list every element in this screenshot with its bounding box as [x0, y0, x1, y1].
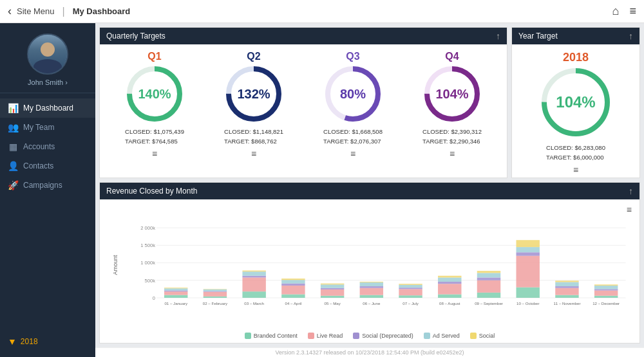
svg-rect-68: [477, 293, 500, 298]
svg-rect-88: [594, 289, 618, 291]
quarter-circle: 80%: [324, 65, 382, 123]
svg-text:12 – December: 12 – December: [592, 302, 620, 306]
svg-rect-87: [594, 291, 618, 296]
chart-legend: Branded Content Live Read Social (Deprec…: [100, 330, 639, 343]
svg-rect-50: [360, 295, 383, 298]
site-menu-link[interactable]: Site Menu: [17, 6, 55, 16]
svg-rect-59: [399, 285, 422, 288]
svg-rect-46: [321, 288, 344, 289]
top-bar: ‹ Site Menu | My Dashboard ⌂ ≡: [0, 0, 644, 23]
quarter-label: Q1: [147, 51, 161, 62]
legend-label: Branded Content: [254, 333, 298, 339]
revenue-title: Revenue Closed by Month: [106, 187, 197, 196]
legend-color: [470, 333, 477, 339]
sidebar-item-dashboard[interactable]: 📊 My Dashboard: [0, 98, 95, 118]
svg-rect-32: [242, 292, 265, 298]
year-stats: CLOSED: $6,283,080 TARGET: $6,000,000: [546, 143, 605, 162]
main-layout: John Smith 📊 My Dashboard 👥 My Team ▦ Ac…: [0, 23, 644, 357]
user-name[interactable]: John Smith: [28, 78, 68, 86]
campaigns-icon: 🚀: [8, 180, 18, 190]
back-arrow-icon[interactable]: ‹: [8, 5, 12, 18]
sidebar-item-accounts[interactable]: ▦ Accounts: [0, 137, 95, 156]
year-menu-icon[interactable]: ≡: [573, 165, 578, 175]
legend-item-4: Social: [470, 333, 495, 339]
svg-rect-24: [164, 288, 187, 289]
revenue-chart-svg: 0500k1 000k1 500k2 000k01 – January02 – …: [132, 205, 632, 327]
quarter-menu-icon[interactable]: ≡: [350, 149, 355, 159]
avatar: [27, 33, 68, 75]
menu-icon[interactable]: ≡: [629, 5, 636, 18]
svg-rect-48: [321, 284, 344, 285]
legend-color: [424, 333, 430, 339]
svg-rect-40: [281, 284, 305, 286]
quarter-circle: 132%: [225, 65, 283, 123]
quarter-menu-icon[interactable]: ≡: [450, 149, 455, 159]
quarter-circle: 104%: [423, 65, 481, 123]
quarter-circle: 140%: [126, 65, 184, 123]
svg-rect-71: [477, 273, 500, 278]
contacts-icon: 👤: [8, 161, 18, 171]
quarter-2-item: Q2 132% CLOSED: $1,148,821 TARGET: $868,…: [222, 51, 286, 159]
svg-rect-66: [438, 276, 461, 278]
quarter-pct: 132%: [237, 87, 270, 102]
svg-text:04 – April: 04 – April: [285, 302, 302, 306]
svg-text:2 000k: 2 000k: [140, 225, 155, 231]
svg-text:06 – June: 06 – June: [363, 302, 381, 306]
legend-color: [308, 333, 314, 339]
accounts-icon: ▦: [8, 142, 18, 152]
svg-rect-64: [438, 282, 461, 284]
filter-section: ▼ 2018: [0, 331, 95, 352]
legend-item-3: Ad Served: [424, 333, 460, 339]
svg-rect-28: [204, 291, 227, 292]
legend-label: Social (Deprecated): [362, 333, 413, 339]
year-up-icon[interactable]: ↑: [629, 31, 633, 41]
year-title: Year Target: [518, 32, 558, 41]
svg-text:07 – July: 07 – July: [402, 302, 419, 306]
quarter-3-item: Q3 80% CLOSED: $1,668,508 TARGET: $2,076…: [321, 51, 385, 159]
version-bar: Version 2.3.14327 released on 10/23/2018…: [95, 347, 644, 357]
svg-rect-69: [477, 280, 500, 293]
revenue-up-icon[interactable]: ↑: [629, 186, 633, 196]
quarterly-up-icon[interactable]: ↑: [496, 31, 500, 41]
quarter-label: Q2: [247, 51, 260, 62]
svg-text:10 – October: 10 – October: [516, 302, 540, 306]
quarter-4-item: Q4 104% CLOSED: $2,390,312 TARGET: $2,29…: [420, 51, 484, 159]
sidebar-item-campaigns[interactable]: 🚀 Campaigns: [0, 176, 95, 195]
sidebar-item-label: My Team: [23, 123, 54, 132]
chart-menu-icon[interactable]: ≡: [627, 205, 632, 215]
svg-text:01 – January: 01 – January: [164, 302, 187, 306]
sidebar-item-team[interactable]: 👥 My Team: [0, 118, 95, 137]
revenue-header: Revenue Closed by Month ↑: [100, 183, 639, 199]
quarterly-title: Quarterly Targets: [106, 32, 166, 41]
quarter-1-item: Q1 140% CLOSED: $1,075,439 TARGET: $764,…: [122, 51, 187, 159]
home-icon[interactable]: ⌂: [612, 5, 620, 18]
svg-text:09 – September: 09 – September: [475, 302, 503, 306]
svg-rect-41: [281, 280, 305, 284]
svg-rect-26: [204, 297, 227, 298]
legend-item-0: Branded Content: [245, 333, 298, 339]
svg-rect-58: [399, 288, 422, 289]
svg-rect-39: [281, 286, 305, 295]
circles-row: Q1 140% CLOSED: $1,075,439 TARGET: $764,…: [100, 44, 507, 161]
svg-rect-29: [204, 289, 227, 291]
svg-rect-60: [399, 284, 422, 286]
quarter-menu-icon[interactable]: ≡: [251, 149, 256, 159]
quarter-pct: 80%: [340, 87, 366, 102]
version-text: Version 2.3.14327 released on 10/23/2018…: [275, 349, 464, 356]
svg-text:1 500k: 1 500k: [140, 243, 155, 249]
svg-rect-57: [399, 289, 422, 296]
svg-rect-77: [516, 247, 540, 252]
sidebar-item-contacts[interactable]: 👤 Contacts: [0, 156, 95, 176]
filter-year: 2018: [21, 337, 38, 346]
legend-color: [245, 333, 251, 339]
legend-color: [353, 333, 359, 339]
year-header: Year Target ↑: [512, 28, 639, 44]
quarter-menu-icon[interactable]: ≡: [152, 149, 157, 159]
breadcrumb-separator: |: [62, 6, 65, 17]
svg-rect-27: [204, 292, 227, 297]
svg-rect-45: [321, 289, 344, 296]
quarter-pct: 104%: [435, 87, 468, 102]
svg-rect-78: [516, 241, 540, 248]
year-circle-section: 2018 104% CLOSED: $6,283,080 TARGET: $6,…: [512, 44, 639, 178]
filter-icon[interactable]: ▼: [8, 336, 17, 347]
